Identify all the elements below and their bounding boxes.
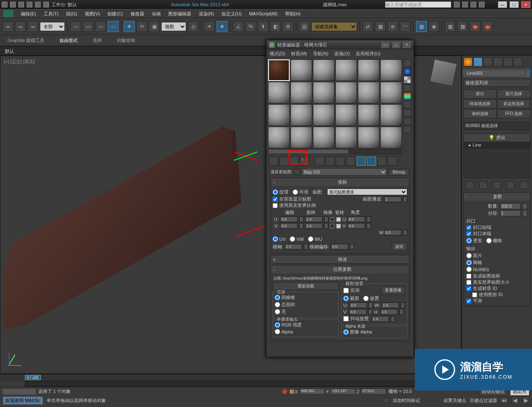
uv-radio[interactable] [273,236,278,242]
show-in-vp-icon[interactable] [357,157,366,166]
help-search-input[interactable] [385,1,451,8]
save-icon[interactable] [27,2,32,7]
backlight-icon[interactable] [404,68,411,75]
unique-icon[interactable] [493,181,501,189]
named-selection-sets[interactable]: 创建选择集 [311,22,357,31]
setkey-button[interactable]: 设置关键点 [443,397,466,404]
u-tile-check[interactable] [336,217,341,222]
btn-poly-select[interactable]: 多边形选择 [498,99,531,108]
sample-slot[interactable] [313,59,335,81]
utilities-tab-icon[interactable] [513,57,522,66]
sample-slot[interactable] [358,104,379,126]
config-icon[interactable]: ⚙ [283,21,293,32]
app-menu-icon[interactable] [3,10,13,17]
bitmap-path[interactable]: 位图: ktop\3Dmax装饰踢脚线样板模型制作教程\啡网.png [273,275,407,282]
lock-icon[interactable] [282,389,287,394]
rollout-coord-header[interactable]: -坐标 [271,178,409,186]
sample-slot[interactable] [335,127,357,148]
me-minimize[interactable]: — [381,42,389,48]
object-name-input[interactable] [465,70,526,76]
move-icon[interactable]: ✥ [124,21,135,32]
x-input[interactable]: 666.551 [300,388,325,395]
me-menu-utils[interactable]: 实用程序(U) [356,51,380,57]
keyfilter-button[interactable]: 关键点过滤器 [470,397,497,404]
sample-slot[interactable] [358,127,379,148]
btn-vol-select[interactable]: 体积选择 [463,109,497,118]
render-setup-icon[interactable]: ▦ [445,21,456,32]
nurbs-row[interactable]: NURBS 曲面选择 [463,122,530,130]
genmap-check[interactable] [466,274,471,279]
sample-slot[interactable] [291,82,312,103]
maximize-button[interactable]: □ [510,1,519,8]
background-icon[interactable] [404,76,411,83]
manipulate-icon[interactable]: ✦ [204,21,215,32]
v-mirror-check[interactable] [330,224,335,228]
u-angle[interactable]: 0.0 [347,216,365,222]
blur-offset-spinner[interactable]: 0.0 [331,244,348,250]
map-name-dropdown[interactable]: Map #20 [302,168,387,176]
viewport-label[interactable]: [+] [正交] [真实] [4,59,35,65]
exchange-icon[interactable] [470,2,476,7]
sample-type-icon[interactable] [404,59,411,67]
pick-icon[interactable] [294,169,300,175]
preview-icon[interactable] [404,101,411,108]
mtl-mapping-icon[interactable] [404,126,411,133]
new-icon[interactable] [10,2,16,7]
sample-slot[interactable] [380,59,402,81]
map-type-button[interactable]: Bitmap [389,169,409,176]
me-menu-mode[interactable]: 模式(D) [270,51,285,57]
w-angle[interactable]: 0.0 [384,230,401,235]
ribbon-tab-paint[interactable]: 对象绘制 [109,34,143,46]
snap-toggle-icon[interactable]: ❖ [217,21,227,32]
me-menu-options[interactable]: 选项(O) [334,51,350,57]
percent-snap-icon[interactable]: % [245,21,256,32]
help-icon[interactable] [479,2,485,7]
me-menu-nav[interactable]: 导航(N) [313,51,328,57]
workspace-label[interactable]: 工作台: 默认 [52,2,77,8]
v-angle[interactable]: 0.0 [347,223,365,229]
spinner-snap-icon[interactable]: ⬍ [258,21,268,32]
sample-slot[interactable] [313,104,335,126]
sample-slot[interactable] [268,127,290,148]
ribbon-tab-graphite[interactable]: Graphite 建模工具 [0,34,52,46]
real-world-scale-check[interactable] [273,203,278,208]
create-tab-icon[interactable] [463,57,473,66]
crop-v[interactable]: 0.0 [349,309,367,315]
edged-icon[interactable]: ◧ [270,21,281,32]
named-sel-icon[interactable]: ▤ [299,21,310,32]
jitter-check[interactable] [343,316,349,321]
menu-render[interactable]: 渲染(R) [199,11,214,17]
crop-radio[interactable] [343,296,349,301]
genmat-check[interactable] [466,286,471,291]
menu-help[interactable]: 帮助(H) [285,11,300,17]
show-end-result-icon[interactable] [367,157,376,166]
seg-spinner[interactable]: 1 [500,210,521,216]
ref-coord-system[interactable]: 视图 [161,22,186,31]
sample-slot[interactable] [358,82,379,103]
configure-icon[interactable] [520,181,528,189]
minimize-button[interactable]: — [498,1,507,8]
menu-tools[interactable]: 工具(T) [44,11,59,17]
star-icon[interactable] [462,2,468,7]
summed-radio[interactable] [275,302,280,307]
stack-item-line[interactable]: ▸ Line [464,142,530,149]
menu-graph[interactable]: 图形编辑器 [168,11,191,17]
realworld-check[interactable] [466,280,471,285]
place-radio[interactable] [363,296,369,301]
map-channel-spinner[interactable]: 1 [384,196,401,202]
display-tab-icon[interactable] [503,57,512,66]
go-forward-icon[interactable] [388,157,397,166]
hierarchy-tab-icon[interactable] [483,57,493,66]
sample-uv-icon[interactable] [404,84,411,92]
sample-slot[interactable] [380,82,402,103]
material-editor-titlebar[interactable]: 材质编辑器 - 啡网大理石 — □ × [266,40,414,49]
sample-slot[interactable] [358,59,379,81]
v-offset[interactable]: 0.0 [280,223,298,229]
object-color-swatch[interactable] [527,70,529,76]
rect-select-icon[interactable]: ▭ [95,21,106,32]
me-close[interactable]: × [403,42,411,48]
grid-radio[interactable] [486,238,492,243]
unlink-icon[interactable]: ⫘ [15,21,26,32]
video-check-icon[interactable] [404,93,411,100]
alpha-radio[interactable] [275,329,280,334]
